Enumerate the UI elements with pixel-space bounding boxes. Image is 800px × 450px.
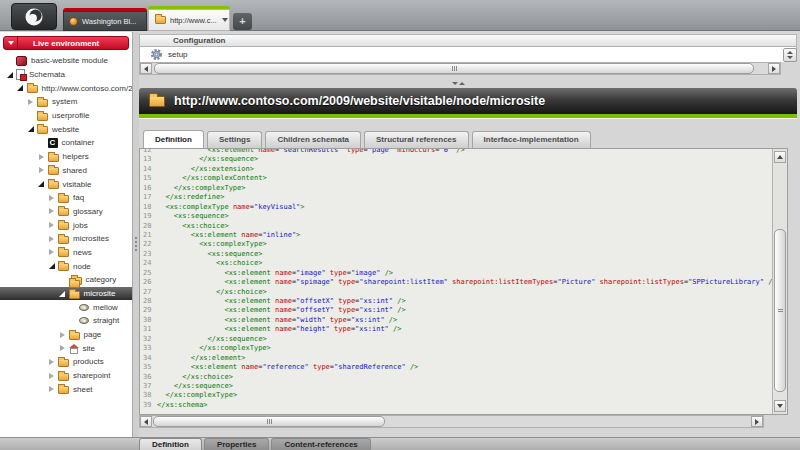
tab-children-schemata[interactable]: Children schemata bbox=[265, 131, 361, 148]
browser-tab-url[interactable]: http://www.c... bbox=[148, 6, 230, 31]
code-line[interactable]: 29 <xs:element name="offsetY" type="xs:i… bbox=[140, 306, 772, 315]
tree-item-http-www-contoso-com-2[interactable]: http://www.contoso.com/2 bbox=[0, 81, 133, 95]
tree-item-visitable[interactable]: visitable bbox=[0, 177, 133, 191]
tree-item-glossary[interactable]: glossary bbox=[0, 205, 133, 219]
tree-item-category[interactable]: category bbox=[0, 273, 133, 287]
code-line[interactable]: 23 <xs:sequence> bbox=[140, 250, 772, 259]
code-line[interactable]: 21 <xs:element name="inline"> bbox=[140, 231, 772, 240]
code-line[interactable]: 26 <xs:element name="spimage" type="shar… bbox=[140, 278, 772, 287]
tree-item-sheet[interactable]: sheet bbox=[0, 383, 133, 397]
collapse-arrow-icon[interactable] bbox=[26, 126, 35, 132]
expand-arrow-icon[interactable] bbox=[37, 154, 46, 160]
expand-arrow-icon[interactable] bbox=[47, 249, 56, 255]
expand-arrow-icon[interactable] bbox=[47, 208, 56, 214]
code-line[interactable]: 20 <xs:choice> bbox=[140, 222, 772, 231]
chevron-down-icon[interactable] bbox=[4, 37, 18, 49]
collapse-arrow-icon[interactable] bbox=[47, 263, 56, 269]
code-area[interactable]: 12 <xs:element name="searchResults" type… bbox=[140, 148, 772, 414]
expand-arrow-icon[interactable] bbox=[47, 359, 56, 365]
code-line[interactable]: 24 <xs:choice> bbox=[140, 259, 772, 268]
configuration-scrollbar[interactable] bbox=[139, 62, 781, 75]
tree-item-products[interactable]: products bbox=[0, 355, 133, 369]
collapse-arrow-icon[interactable] bbox=[58, 291, 67, 297]
tab-definition[interactable]: Definition bbox=[143, 130, 204, 148]
tree-item-jobs[interactable]: jobs bbox=[0, 218, 133, 232]
code-line[interactable]: 22 <xs:complexType> bbox=[140, 240, 772, 249]
tree-item-shared[interactable]: shared bbox=[0, 164, 133, 178]
collapse-arrow-icon[interactable] bbox=[37, 181, 46, 187]
code-line[interactable]: 25 <xs:element name="image" type="image"… bbox=[140, 269, 772, 278]
tree-item-straight[interactable]: straight bbox=[0, 314, 133, 328]
horizontal-splitter-grip[interactable] bbox=[452, 82, 465, 85]
browser-tab-washington[interactable]: Washington Bl... bbox=[63, 8, 147, 31]
tab-structural-references[interactable]: Structural references bbox=[364, 131, 468, 148]
collapse-arrow-icon[interactable] bbox=[16, 85, 25, 91]
scroll-right-button[interactable] bbox=[751, 416, 763, 427]
code-line[interactable]: 19 <xs:sequence> bbox=[140, 212, 772, 221]
tree-item-userprofile[interactable]: userprofile bbox=[0, 109, 133, 123]
code-line[interactable]: 30 <xs:element name="width" type="xs:int… bbox=[140, 316, 772, 325]
editor-horizontal-scrollbar[interactable] bbox=[139, 415, 764, 428]
expand-arrow-icon[interactable] bbox=[47, 386, 56, 392]
tree-item-faq[interactable]: faq bbox=[0, 191, 133, 205]
code-line[interactable]: 17 </xs:redefine> bbox=[140, 193, 772, 202]
configuration-item-setup[interactable]: setup bbox=[139, 47, 797, 62]
tree-item-basic-website-module[interactable]: basic-website module bbox=[0, 54, 133, 68]
tree-item-node[interactable]: node bbox=[0, 259, 133, 273]
scrollbar-thumb[interactable] bbox=[154, 63, 754, 74]
expand-arrow-icon[interactable] bbox=[47, 195, 56, 201]
collapse-arrow-icon[interactable] bbox=[5, 72, 14, 78]
xml-source-editor[interactable]: 12 <xs:element name="searchResults" type… bbox=[139, 148, 788, 415]
code-line[interactable]: 31 <xs:element name="height" type="xs:in… bbox=[140, 325, 772, 334]
scroll-right-button[interactable] bbox=[768, 63, 780, 74]
tree-item-website[interactable]: website bbox=[0, 122, 133, 136]
scrollbar-track[interactable] bbox=[152, 416, 751, 427]
docked-tab-properties[interactable]: Properties bbox=[204, 438, 270, 450]
tree-item-mellow[interactable]: mellow bbox=[0, 300, 133, 314]
expand-arrow-icon[interactable] bbox=[47, 236, 56, 242]
scrollbar-thumb[interactable] bbox=[153, 416, 385, 427]
code-line[interactable]: 32 </xs:sequence> bbox=[140, 335, 772, 344]
code-line[interactable]: 13 </xs:sequence> bbox=[140, 155, 772, 164]
tree-item-sharepoint[interactable]: sharepoint bbox=[0, 369, 133, 383]
split-view-control[interactable] bbox=[783, 48, 797, 62]
code-line[interactable]: 14 </xs:extension> bbox=[140, 165, 772, 174]
docked-tab-definition[interactable]: Definition bbox=[139, 438, 202, 450]
tree-item-microsite[interactable]: microsite bbox=[0, 287, 133, 301]
tree-item-container[interactable]: container bbox=[0, 136, 133, 150]
perspective-header[interactable]: Live environment bbox=[3, 36, 129, 50]
new-tab-button[interactable]: + bbox=[233, 13, 252, 30]
chevron-down-icon[interactable] bbox=[222, 18, 228, 22]
tree-item-schemata[interactable]: Schemata bbox=[0, 68, 133, 82]
expand-arrow-icon[interactable] bbox=[26, 99, 35, 105]
tree-item-page[interactable]: page bbox=[0, 328, 133, 342]
expand-arrow-icon[interactable] bbox=[47, 373, 56, 379]
tree-item-news[interactable]: news bbox=[0, 246, 133, 260]
code-line[interactable]: 34 </xs:element> bbox=[140, 354, 772, 363]
code-line[interactable]: 18 <xs:complexType name="keyVisual"> bbox=[140, 203, 772, 212]
scroll-down-button[interactable] bbox=[774, 400, 786, 412]
expand-arrow-icon[interactable] bbox=[58, 332, 67, 338]
code-line[interactable]: 28 <xs:element name="offsetX" type="xs:i… bbox=[140, 297, 772, 306]
code-line[interactable]: 37 </xs:sequence> bbox=[140, 382, 772, 391]
code-line[interactable]: 27 </xs:choice> bbox=[140, 288, 772, 297]
code-line[interactable]: 35 <xs:element name="reference" type="sh… bbox=[140, 363, 772, 372]
code-line[interactable]: 15 </xs:complexContent> bbox=[140, 174, 772, 183]
scroll-left-button[interactable] bbox=[140, 416, 152, 427]
tab-settings[interactable]: Settings bbox=[207, 131, 263, 148]
scroll-up-button[interactable] bbox=[774, 151, 786, 163]
expand-arrow-icon[interactable] bbox=[47, 222, 56, 228]
code-line[interactable]: 39</xs:schema> bbox=[140, 401, 772, 410]
docked-tab-content-references[interactable]: Content-references bbox=[271, 438, 370, 450]
tree-item-site[interactable]: site bbox=[0, 341, 133, 355]
app-logo[interactable] bbox=[11, 3, 57, 30]
code-line[interactable]: 16 </xs:complexType> bbox=[140, 184, 772, 193]
scrollbar-thumb[interactable] bbox=[774, 229, 786, 392]
code-line[interactable]: 38 </xs:complexType> bbox=[140, 391, 772, 400]
code-line[interactable]: 33 </xs:complexType> bbox=[140, 344, 772, 353]
tree-item-microsites[interactable]: microsites bbox=[0, 232, 133, 246]
expand-arrow-icon[interactable] bbox=[37, 167, 46, 173]
tree-item-system[interactable]: system bbox=[0, 95, 133, 109]
code-line[interactable]: 12 <xs:element name="searchResults" type… bbox=[140, 148, 772, 155]
expand-arrow-icon[interactable] bbox=[58, 345, 67, 351]
